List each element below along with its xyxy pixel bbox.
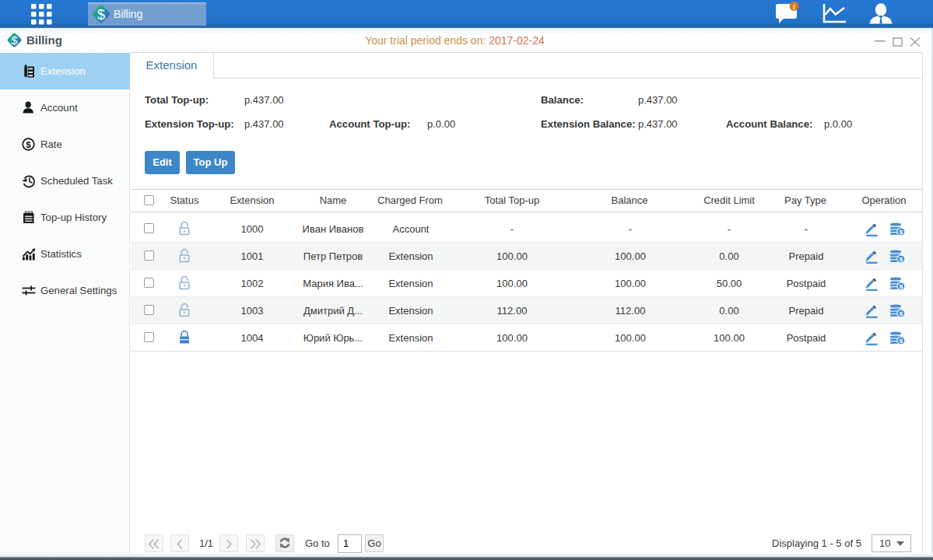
svg-text:$: $ xyxy=(900,283,903,290)
svg-text:$: $ xyxy=(26,140,31,149)
svg-text:$: $ xyxy=(900,229,903,236)
svg-text:$: $ xyxy=(900,338,903,345)
svg-text:$: $ xyxy=(900,256,903,263)
svg-text:$: $ xyxy=(900,310,903,317)
svg-text:!: ! xyxy=(793,2,795,11)
svg-text:$: $ xyxy=(97,7,105,23)
